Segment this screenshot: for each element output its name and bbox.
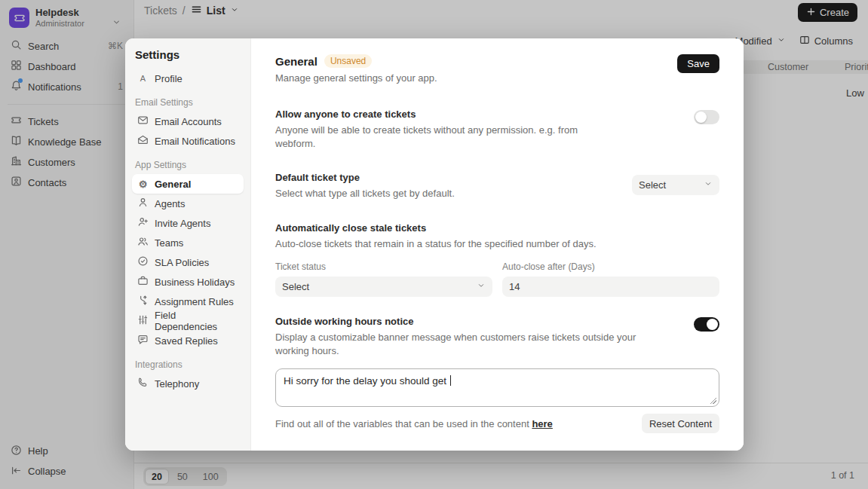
ticket-status-select[interactable]: Select (275, 277, 492, 297)
banner-message-input[interactable]: Hi sorry for the delay you should get (275, 368, 719, 407)
variables-hint: Find out all of the variables that can b… (275, 418, 532, 429)
settings-nav: Settings A Profile Email Settings Email … (125, 38, 251, 451)
setting-title: Automatically close stale tickets (275, 222, 719, 234)
settings-nav-assignment-rules[interactable]: Assignment Rules (132, 292, 244, 311)
text-cursor (450, 375, 451, 386)
setting-title: Outside working hours notice (275, 316, 652, 327)
ticket-status-label: Ticket status (275, 261, 492, 272)
settings-content: General Unsaved Manage general settings … (251, 38, 744, 451)
unsaved-badge: Unsaved (324, 54, 372, 68)
allow-anyone-toggle[interactable] (694, 110, 719, 124)
chevron-down-icon (704, 179, 713, 191)
people-icon (137, 236, 149, 249)
settings-nav-saved-replies[interactable]: Saved Replies (132, 331, 244, 350)
settings-nav-field-dependencies[interactable]: Field Dependencies (132, 311, 244, 331)
settings-nav-telephony[interactable]: Telephony (132, 374, 244, 393)
settings-nav-profile[interactable]: A Profile (132, 69, 244, 88)
setting-desc: Anyone will be able to create tickets wi… (275, 124, 600, 150)
resize-handle[interactable] (710, 398, 716, 404)
settings-nav-section-integrations: Integrations (132, 350, 244, 374)
setting-default-ticket-type: Default ticket type Select what type all… (275, 172, 719, 200)
settings-title: Settings (132, 47, 244, 69)
chat-bubble-icon (137, 334, 149, 347)
auto-close-days-label: Auto-close after (Days) (502, 261, 719, 272)
auto-close-days-input[interactable]: 14 (502, 277, 719, 297)
settings-nav-email-accounts[interactable]: Email Accounts (132, 112, 244, 131)
shield-check-icon (137, 255, 149, 269)
briefcase-icon (137, 275, 149, 289)
settings-nav-general[interactable]: ⚙ General (132, 174, 244, 194)
settings-nav-business-holidays[interactable]: Business Holidays (132, 272, 244, 292)
setting-outside-hours: Outside working hours notice Display a c… (275, 316, 719, 433)
chevron-down-icon (477, 281, 486, 292)
helpdesk-app: Helpdesk Administrator Search ⌘K Dashboa… (0, 0, 868, 489)
outside-hours-toggle[interactable] (694, 317, 719, 332)
settings-nav-section-app: App Settings (132, 151, 244, 174)
settings-nav-email-notifications[interactable]: Email Notifications (132, 131, 244, 151)
sliders-icon (137, 314, 149, 328)
phone-icon (137, 377, 149, 390)
settings-modal: Settings A Profile Email Settings Email … (125, 38, 744, 451)
settings-nav-section-email: Email Settings (132, 88, 244, 112)
setting-desc: Auto-close tickets that remain in a stat… (275, 237, 719, 251)
default-ticket-type-select[interactable]: Select (632, 175, 719, 195)
person-plus-icon (137, 216, 149, 230)
setting-auto-close: Automatically close stale tickets Auto-c… (275, 222, 719, 298)
setting-desc: Display a customizable banner message wh… (275, 331, 652, 357)
split-arrows-icon (137, 295, 149, 308)
mail-open-icon (137, 134, 149, 148)
page-subtitle: Manage general settings of your app. (275, 72, 719, 84)
mail-icon (137, 115, 149, 128)
page-title: General (275, 55, 317, 68)
setting-allow-anyone: Allow anyone to create tickets Anyone wi… (275, 108, 719, 150)
person-icon (137, 197, 149, 210)
save-button[interactable]: Save (677, 54, 719, 73)
gear-icon: ⚙ (137, 179, 149, 189)
variables-link[interactable]: here (532, 418, 552, 429)
setting-title: Default ticket type (275, 172, 455, 183)
settings-nav-invite-agents[interactable]: Invite Agents (132, 213, 244, 233)
profile-letter-icon: A (137, 74, 149, 83)
settings-nav-teams[interactable]: Teams (132, 233, 244, 252)
settings-nav-agents[interactable]: Agents (132, 194, 244, 213)
setting-title: Allow anyone to create tickets (275, 108, 600, 120)
reset-content-button[interactable]: Reset Content (642, 414, 719, 433)
settings-nav-sla-policies[interactable]: SLA Policies (132, 252, 244, 272)
setting-desc: Select what type all tickets get by defa… (275, 187, 455, 200)
